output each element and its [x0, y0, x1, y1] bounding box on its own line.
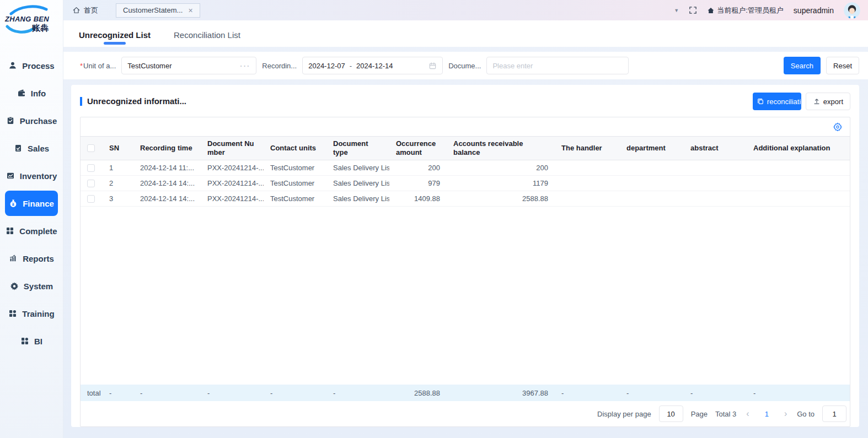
required-mark: *: [80, 62, 83, 70]
row-checkbox[interactable]: [87, 180, 95, 187]
cell-occurrence-amount: 200: [389, 160, 447, 176]
date-start-value[interactable]: 2024-12-07: [308, 62, 345, 70]
cell-occurrence-amount: 979: [389, 176, 447, 191]
close-icon[interactable]: ×: [188, 7, 192, 14]
sidebar-item-finance[interactable]: Finance: [5, 191, 58, 216]
sidebar-item-sales[interactable]: Sales: [0, 134, 63, 162]
table-card: SNRecording timeDocument NumberContact u…: [80, 117, 850, 427]
column-header-contact-units: Contact units: [264, 137, 326, 160]
page-size-input[interactable]: [659, 405, 683, 422]
home-outline-icon: [72, 6, 81, 14]
gear-icon: [10, 282, 19, 290]
cell-contact-units: TestCustomer: [264, 191, 326, 207]
column-header-document-number: Document Number: [201, 137, 264, 160]
sidebar-item-inventory[interactable]: Inventory: [0, 162, 63, 190]
person-icon: [8, 61, 17, 70]
sidebar-item-label: Info: [31, 89, 46, 98]
unit-select-value: TestCustomer: [127, 62, 172, 70]
unit-filter-label: *Unit of a...: [80, 62, 116, 70]
sidebar-item-training[interactable]: Training: [0, 300, 63, 327]
app-logo: ZHANG BEN 账犇: [0, 0, 63, 51]
row-checkbox[interactable]: [87, 195, 95, 203]
cell-recording-time: 2024-12-14 14:...: [133, 191, 201, 207]
breadcrumb-home-label: 首页: [84, 6, 98, 15]
row-checkbox[interactable]: [87, 164, 95, 172]
cell-abstract: [684, 176, 747, 191]
tab-reconciliation-list[interactable]: Reconciliation List: [174, 30, 240, 47]
cell-document-type: Sales Delivery List: [326, 160, 389, 176]
unrecognized-table: SNRecording timeDocument NumberContact u…: [81, 136, 850, 207]
bar-chart-icon: [9, 254, 18, 263]
sidebar-item-system[interactable]: System: [0, 272, 63, 300]
sidebar-item-label: Process: [22, 61, 54, 71]
logo-swoosh-bottom: [6, 24, 34, 34]
cell-accounts-receivable-balance: 200: [447, 160, 555, 176]
reset-button[interactable]: Reset: [826, 57, 859, 74]
date-range-separator: -: [350, 62, 352, 70]
sidebar-item-process[interactable]: Process: [0, 52, 63, 79]
prev-page-icon[interactable]: ‹: [744, 409, 751, 419]
pagination: Display per page Page Total 3 ‹ 1 › Go t…: [81, 401, 850, 426]
unit-select[interactable]: TestCustomer ···: [121, 57, 256, 74]
trend-chart-icon: [6, 171, 15, 180]
sidebar-item-reports[interactable]: Reports: [0, 245, 63, 272]
total-cell: -: [747, 385, 850, 401]
open-page-tab[interactable]: CustomerStatem... ×: [116, 3, 200, 18]
export-icon: [813, 98, 821, 105]
column-header-recording-time: Recording time: [133, 137, 201, 160]
total-row: total-----2588.883967.88----: [81, 385, 850, 401]
current-page-number[interactable]: 1: [759, 410, 774, 418]
cell-document-type: Sales Delivery List: [326, 191, 389, 207]
next-page-icon[interactable]: ›: [782, 409, 789, 419]
sidebar-item-complete[interactable]: Complete: [0, 217, 63, 245]
cell-document-number: PXX-20241214-...: [201, 176, 264, 191]
reconciliation-button[interactable]: reconciliatio: [753, 93, 801, 110]
cell-department: [620, 176, 684, 191]
column-header-additional-explanation: Additional explanation: [747, 137, 850, 160]
cell-additional-explanation: [747, 160, 850, 176]
select-all-checkbox[interactable]: [87, 144, 95, 152]
export-button[interactable]: export: [806, 93, 850, 110]
sidebar-item-label: Inventory: [20, 171, 57, 181]
clipboard-check-icon: [6, 116, 15, 125]
table-row: 32024-12-14 14:...PXX-20241214-...TestCu…: [81, 191, 850, 207]
total-cell: 2588.88: [389, 385, 447, 401]
tenant-selector[interactable]: 当前租户:管理员租户: [707, 6, 784, 15]
total-cell: 3967.88: [447, 385, 555, 401]
chevron-down-icon[interactable]: ▼: [674, 8, 679, 13]
column-settings-gear-icon[interactable]: [833, 122, 842, 131]
search-button[interactable]: Search: [784, 57, 821, 74]
cell-accounts-receivable-balance: 2588.88: [447, 191, 555, 207]
calendar-icon: [428, 62, 437, 70]
copy-icon: [757, 98, 764, 105]
document-input[interactable]: [492, 62, 623, 70]
recording-filter-label: Recordin...: [262, 62, 297, 70]
avatar[interactable]: [844, 2, 860, 19]
cell-additional-explanation: [747, 191, 850, 207]
cell-department: [620, 191, 684, 207]
table-header-row: SNRecording timeDocument NumberContact u…: [81, 137, 850, 160]
sidebar-item-label: Reports: [23, 254, 54, 263]
cell-the-handler: [555, 191, 620, 207]
cell-contact-units: TestCustomer: [264, 160, 326, 176]
sidebar-item-info[interactable]: Info: [0, 79, 63, 107]
logo-text-cn: 账犇: [32, 23, 49, 34]
breadcrumb-home[interactable]: 首页: [72, 6, 98, 15]
sidebar-item-bi[interactable]: BI: [0, 327, 63, 355]
page-tabs: Unrecognized List Reconciliation List: [63, 20, 868, 47]
table-row: 22024-12-14 14:...PXX-20241214-...TestCu…: [81, 176, 850, 191]
goto-page-input[interactable]: [822, 405, 846, 422]
open-page-tab-label: CustomerStatem...: [123, 6, 183, 14]
date-end-value[interactable]: 2024-12-14: [356, 62, 393, 70]
total-label-cell: total: [81, 385, 103, 401]
sidebar-item-purchase[interactable]: Purchase: [0, 107, 63, 134]
grid-icon: [20, 337, 29, 345]
tab-unrecognized-list[interactable]: Unrecognized List: [79, 30, 151, 47]
ellipsis-icon: ···: [240, 62, 250, 70]
recording-date-range[interactable]: 2024-12-07 - 2024-12-14: [302, 57, 443, 74]
fullscreen-icon[interactable]: [689, 6, 697, 14]
sidebar-item-label: Finance: [23, 199, 54, 208]
cell-document-number: PXX-20241214-...: [201, 191, 264, 207]
sidebar-menu: Process Info Purchase Sales Inventory Fi…: [0, 51, 63, 355]
total-cell: -: [201, 385, 264, 401]
